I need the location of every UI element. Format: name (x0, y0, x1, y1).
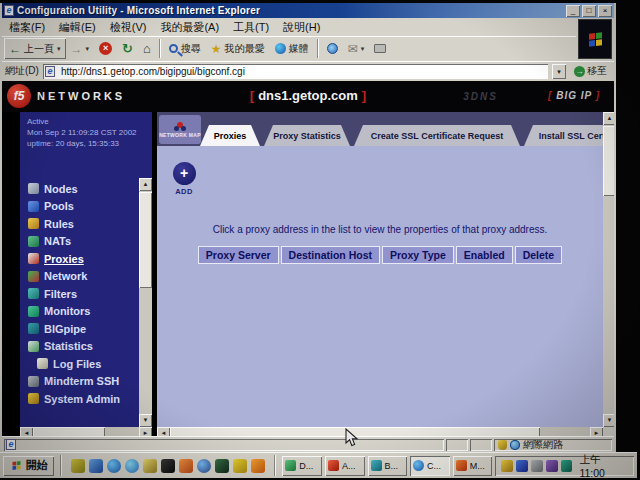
quicklaunch-outlook-icon[interactable] (125, 459, 139, 473)
search-button[interactable]: 搜尋 (164, 38, 206, 59)
sidebar-item-pools[interactable]: Pools (28, 198, 120, 216)
back-button[interactable]: ← 上一頁 ▾ (4, 38, 66, 59)
main-vertical-scrollbar[interactable]: ▲ ▼ (603, 112, 614, 427)
minimize-button[interactable]: _ (566, 5, 580, 17)
task-icon (413, 460, 424, 471)
tray-icon-3[interactable] (531, 460, 543, 472)
print-button[interactable] (369, 38, 391, 59)
log-files-icon (37, 358, 48, 369)
sidebar-item-bigpipe[interactable]: BIGpipe (28, 320, 120, 338)
tab-proxies[interactable]: Proxies (200, 125, 260, 146)
tray-icon-2[interactable] (516, 460, 528, 472)
scroll-thumb[interactable] (603, 126, 614, 196)
menu-tools[interactable]: 工具(T) (226, 19, 276, 36)
taskbar-window-button-1[interactable]: D... (282, 456, 322, 476)
sidebar-item-filters[interactable]: Filters (28, 285, 120, 303)
sidebar-item-label: NATs (44, 235, 71, 247)
filters-icon (28, 288, 39, 299)
sidebar-item-statistics[interactable]: Statistics (28, 338, 120, 356)
quicklaunch-ie-icon[interactable] (107, 459, 121, 473)
column-destination-host[interactable]: Destination Host (281, 246, 380, 264)
taskbar-window-button-4-active[interactable]: C... (410, 456, 450, 476)
taskbar-window-button-5[interactable]: M... (453, 456, 493, 476)
sidebar-item-proxies[interactable]: Proxies (28, 250, 120, 268)
home-button[interactable]: ⌂ (138, 38, 156, 59)
back-dropdown-icon[interactable]: ▾ (57, 45, 61, 53)
forward-button[interactable]: → ▾ (66, 38, 95, 59)
quicklaunch-messenger-icon[interactable] (197, 459, 211, 473)
menu-favorites[interactable]: 我的最愛(A) (153, 19, 226, 36)
column-delete[interactable]: Delete (515, 246, 563, 264)
sidebar-item-nodes[interactable]: Nodes (28, 180, 120, 198)
go-button[interactable]: → 移至 (570, 63, 611, 79)
stop-button[interactable]: × (94, 38, 117, 59)
toolbar-separator (159, 39, 161, 58)
sidebar-item-label: Pools (44, 200, 74, 212)
taskbar-window-button-3[interactable]: B... (368, 456, 408, 476)
quicklaunch-desktop-icon[interactable] (71, 459, 85, 473)
close-button[interactable]: × (598, 5, 612, 17)
tray-icon-5[interactable] (561, 460, 573, 472)
column-proxy-server[interactable]: Proxy Server (198, 246, 279, 264)
quicklaunch-terminal-icon[interactable] (161, 459, 175, 473)
tab-create-ssl-certificate-request[interactable]: Create SSL Certificate Request (354, 125, 520, 146)
quicklaunch-media-icon[interactable] (215, 459, 229, 473)
menu-edit[interactable]: 編輯(E) (52, 19, 103, 36)
bigip-bracket-close: ] (596, 90, 600, 101)
sidebar-item-monitors[interactable]: Monitors (28, 303, 120, 321)
sidebar-item-log-files[interactable]: Log Files (28, 355, 120, 373)
quicklaunch-explorer-icon[interactable] (143, 459, 157, 473)
sidebar-item-mindterm-ssh[interactable]: Mindterm SSH (28, 373, 120, 391)
favorites-icon: ★ (211, 42, 222, 56)
address-bar: 網址(D) e http://dns1.getop.com/bigipgui/b… (2, 61, 614, 80)
scroll-down-icon[interactable]: ▼ (603, 414, 614, 427)
sidebar-vertical-scrollbar[interactable]: ▲ ▼ (139, 178, 152, 427)
quicklaunch-keys-icon[interactable] (233, 459, 247, 473)
favorites-button[interactable]: ★ 我的最愛 (206, 38, 270, 59)
status-datetime: Mon Sep 2 11:09:28 CST 2002 (27, 127, 137, 138)
quicklaunch-horn-icon[interactable] (251, 459, 265, 473)
status-pane (470, 439, 492, 451)
menu-help[interactable]: 說明(H) (276, 19, 327, 36)
mail-dropdown-icon[interactable]: ▾ (361, 45, 365, 53)
sidebar-item-label: Nodes (44, 183, 78, 195)
media-button[interactable]: 媒體 (270, 38, 314, 59)
scroll-down-icon[interactable]: ▼ (139, 414, 152, 427)
history-button[interactable] (322, 38, 343, 59)
network-map-button[interactable]: NETWORK MAP (159, 115, 201, 144)
sidebar-item-network[interactable]: Network (28, 268, 120, 286)
tray-icon-1[interactable] (501, 460, 513, 472)
mouse-cursor (345, 428, 359, 448)
quicklaunch-monitor-icon[interactable] (89, 459, 103, 473)
sidebar-item-nats[interactable]: NATs (28, 233, 120, 251)
system-status: Active Mon Sep 2 11:09:28 CST 2002 uptim… (27, 116, 137, 149)
add-button[interactable]: + (173, 162, 196, 185)
tab-proxy-statistics[interactable]: Proxy Statistics (264, 125, 350, 146)
address-input[interactable]: e http://dns1.getop.com/bigipgui/bigconf… (43, 64, 548, 79)
mail-button[interactable]: ✉ ▾ (343, 38, 370, 59)
menu-file[interactable]: 檔案(F) (2, 19, 52, 36)
quicklaunch-acrobat-icon[interactable] (179, 459, 193, 473)
zone-shield-icon (498, 440, 507, 450)
sidebar-item-rules[interactable]: Rules (28, 215, 120, 233)
tab-install-ssl-certificate[interactable]: Install SSL Certifi (524, 125, 614, 146)
scroll-up-icon[interactable]: ▲ (139, 178, 152, 191)
mail-icon: ✉ (348, 42, 358, 56)
tray-icon-4[interactable] (546, 460, 558, 472)
address-dropdown-button[interactable]: ▾ (552, 64, 566, 79)
sidebar-item-system-admin[interactable]: System Admin (28, 390, 120, 408)
sidebar-item-label: Rules (44, 218, 74, 230)
column-proxy-type[interactable]: Proxy Type (382, 246, 454, 264)
menu-view[interactable]: 檢視(V) (103, 19, 154, 36)
column-enabled[interactable]: Enabled (456, 246, 513, 264)
refresh-button[interactable]: ↻ (117, 38, 138, 59)
taskbar-window-button-2[interactable]: A... (325, 456, 365, 476)
scroll-up-icon[interactable]: ▲ (603, 112, 614, 125)
system-admin-icon (28, 393, 39, 404)
hostname: dns1.getop.com (254, 88, 362, 103)
taskbar: 開始 D... A... B... (0, 452, 637, 478)
forward-dropdown-icon[interactable]: ▾ (86, 45, 90, 53)
scroll-thumb[interactable] (139, 192, 152, 288)
start-button[interactable]: 開始 (3, 456, 54, 476)
maximize-button[interactable]: □ (582, 5, 596, 17)
